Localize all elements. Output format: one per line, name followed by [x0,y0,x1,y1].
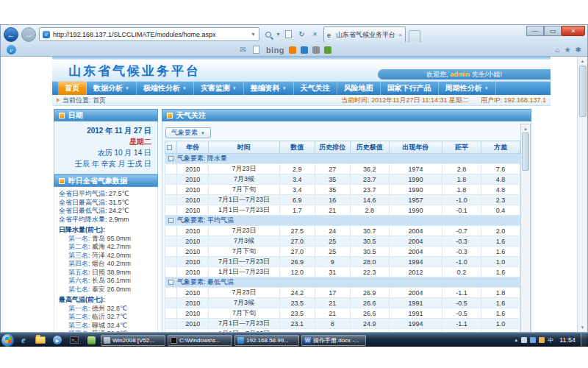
tab-close-icon[interactable]: × [398,32,402,38]
table-row[interactable]: 20101月1日—7月23日7.61917.32012-0.41.6 [165,329,520,333]
scroll-up-icon[interactable]: ▲ [523,124,528,132]
table-row[interactable]: 20107月23日2.92736.219742.87.6 [165,164,520,174]
column-header[interactable]: 时间 [209,141,279,154]
taskbar-console-icon[interactable]: >_ [67,335,82,346]
nav-item[interactable]: 整编资料▼ [244,82,294,95]
search-dropdown-icon[interactable]: ▼ [276,32,281,37]
back-button[interactable]: ← [4,27,18,42]
scrollbar-thumb[interactable] [579,66,587,117]
row-select-cell[interactable] [165,267,177,277]
column-header[interactable]: 距平 [442,141,481,154]
table-row[interactable]: 20107月3候23.52126.61991-0.51.6 [165,298,520,308]
settings-gear-icon[interactable]: ✱ [576,46,581,54]
tray-icon[interactable] [521,337,527,343]
taskbar-explorer-icon[interactable] [33,335,48,346]
row-select-cell[interactable] [165,205,177,216]
stop-icon[interactable]: × [309,29,320,40]
taskbar-media-player-icon[interactable]: ▶ [50,335,65,346]
table-row[interactable]: 20107月下旬23.52126.61991-0.51.6 [165,308,520,319]
home-icon[interactable]: ⌂ [556,46,560,54]
row-select-cell[interactable] [165,226,177,236]
table-scrollbar[interactable]: ▲ ▼ [520,124,531,332]
browser-scrollbar[interactable]: ▲ ▼ [577,57,587,332]
taskbar-app-icon[interactable] [84,335,98,346]
taskbar-window-button[interactable]: W操作手册.docx -... [301,335,366,346]
table-row[interactable]: 20107月23日27.52430.72004-0.72.0 [165,226,520,236]
table-row[interactable]: 20101月1日—7月23日1.7212.81990-0.10.4 [165,205,520,216]
row-select-cell[interactable] [165,308,177,319]
column-header[interactable]: 历史排位 [315,141,350,154]
forward-button[interactable]: → [21,27,36,42]
msn-icon[interactable]: e [7,45,16,54]
collapse-icon[interactable] [168,156,173,161]
row-select-cell[interactable] [165,236,177,247]
element-filter-button[interactable]: 气象要素 ▼ [165,127,211,138]
print-icon[interactable] [251,44,262,55]
row-select-cell[interactable] [165,185,177,195]
new-tab-button[interactable] [409,30,420,42]
taskbar-window-button[interactable]: Win2008 [V52... [101,335,165,346]
table-row[interactable]: 20107月1日—7月23日23.1824.91994-1.11.0 [165,319,520,329]
nav-item[interactable]: 首页 [58,82,87,95]
compatibility-view-icon[interactable] [283,29,294,40]
table-row[interactable]: 20107月1日—7月23日6.91614.61957-1.02.3 [165,195,520,205]
taskbar-window-button[interactable]: 192.168.58.99... [234,335,299,346]
collapse-icon[interactable] [168,280,173,285]
nav-item[interactable]: 数据分析▼ [87,82,137,95]
table-group-row[interactable]: 气象要素: 降水量 [165,154,520,164]
row-select-cell[interactable] [165,257,177,267]
table-row[interactable]: 20107月1日—7月23日26.9928.01994-1.01.0 [165,257,520,267]
row-select-cell[interactable] [165,195,177,205]
browser-tab[interactable]: e 山东省气候业务平台 × [323,26,406,42]
nav-item[interactable]: 国家下行产品 [381,82,439,95]
column-header[interactable]: 年份 [177,141,209,154]
nav-item[interactable]: 灾害监测▼ [194,82,244,95]
table-row[interactable]: 20107月下旬27.02530.52004-0.31.6 [165,247,520,257]
row-select-cell[interactable] [165,174,177,185]
row-select-cell[interactable] [165,329,177,333]
column-header[interactable]: 数值 [279,141,315,154]
table-row[interactable]: 20107月3候27.02530.52004-0.31.6 [165,236,520,247]
close-button[interactable]: × [562,26,585,36]
favorites-star-icon[interactable]: ★ [564,46,571,54]
nav-item[interactable]: 周期性分析▼ [439,82,496,95]
column-header[interactable]: 方差 [481,141,520,154]
table-row[interactable]: 20101月1日—7月23日12.03122.320120.21.6 [165,267,520,277]
column-header[interactable]: 历史极值 [350,141,389,154]
url-text[interactable]: http://192.168.137.1/SLCCLIMATE/modules/… [53,31,248,38]
autocomplete-dropdown-icon[interactable]: ▼ [251,32,256,37]
row-select-cell[interactable] [165,288,177,298]
table-row[interactable]: 20107月下旬3.43523.719901.84.8 [165,185,520,195]
row-select-cell[interactable] [165,247,177,257]
start-button[interactable] [1,334,14,347]
search-icon[interactable] [262,29,273,40]
select-all-cell[interactable] [165,141,177,154]
tray-icon[interactable] [530,337,536,343]
table-row[interactable]: 20107月23日24.21726.92004-1.11.8 [165,288,520,298]
hidden-icons-chevron[interactable]: ▲ [514,338,518,342]
bing-app-icon[interactable] [289,46,296,54]
minimize-button[interactable]: — [526,26,544,36]
taskbar-clock[interactable]: 11:54 [556,336,578,344]
nav-item[interactable]: 极端性分析▼ [137,82,194,95]
ime-indicator[interactable]: 中 [548,336,553,344]
row-select-cell[interactable] [165,298,177,308]
collapse-icon[interactable] [168,218,173,223]
row-select-cell[interactable] [165,164,177,174]
scroll-down-icon[interactable]: ▼ [581,323,585,332]
maximize-button[interactable]: ▭ [544,26,562,36]
scrollbar-thumb[interactable] [522,132,529,171]
share-app-icon[interactable] [324,46,331,54]
address-bar[interactable]: e http://192.168.137.1/SLCCLIMATE/module… [39,27,259,41]
mail-icon[interactable]: ✉ [240,46,245,54]
tray-icon[interactable] [539,337,545,343]
nav-item[interactable]: 风险地图 [337,82,381,95]
tools-app-icon[interactable] [312,46,320,54]
table-row[interactable]: 20107月3候3.43523.719901.84.8 [165,174,520,185]
taskbar-ie-icon[interactable]: e [16,335,31,346]
column-header[interactable]: 出现年份 [389,141,442,154]
refresh-icon[interactable]: ↻ [296,29,307,40]
messenger-icon[interactable] [301,46,308,54]
table-group-row[interactable]: 气象要素: 最低气温 [165,277,520,288]
row-select-cell[interactable] [165,319,177,329]
